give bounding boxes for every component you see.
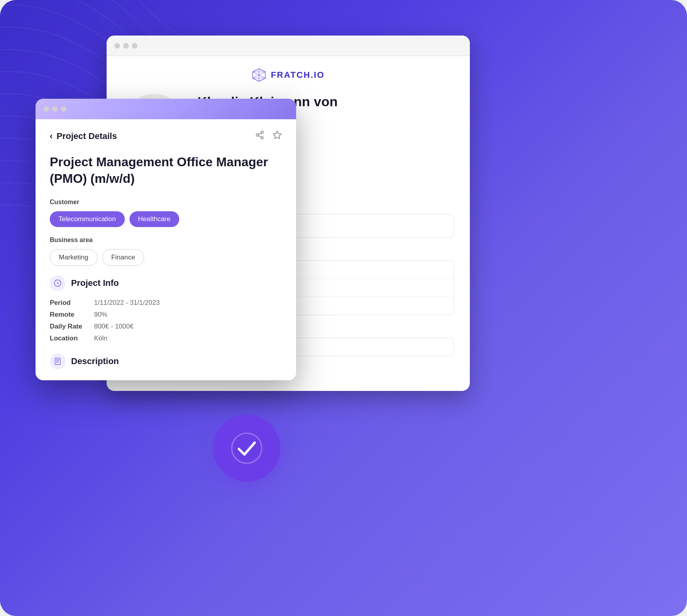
project-info-title: Project Info <box>71 278 119 288</box>
svg-point-27 <box>232 433 262 463</box>
browser-front-body: ‹ Project Details <box>36 119 296 380</box>
page-title: Project Details <box>56 131 117 141</box>
remote-key: Remote <box>50 311 82 319</box>
fratch-logo: FRATCH.IO <box>252 68 325 82</box>
svg-line-20 <box>259 133 261 135</box>
front-traffic-light-yellow <box>52 106 58 112</box>
daily-rate-key: Daily Rate <box>50 323 82 331</box>
front-traffic-light-red <box>43 106 49 112</box>
back-arrow-icon: ‹ <box>50 131 53 141</box>
customer-label: Customer <box>50 199 282 206</box>
checkmark-circle <box>213 415 280 482</box>
front-traffic-light-green <box>61 106 66 112</box>
svg-marker-21 <box>273 131 281 139</box>
fratch-logo-text: FRATCH.IO <box>271 70 325 80</box>
description-icon <box>50 353 66 369</box>
nav-icons <box>255 130 282 142</box>
traffic-light-green <box>132 43 137 49</box>
back-nav: ‹ Project Details <box>50 130 282 142</box>
remote-value: 90% <box>94 311 282 319</box>
tag-telecommunication[interactable]: Telecommunication <box>50 211 125 227</box>
daily-rate-value: 800€ - 1000€ <box>94 323 282 331</box>
location-value: Köln <box>94 334 282 342</box>
customer-tags: Telecommunication Healthcare <box>50 211 282 227</box>
period-key: Period <box>50 299 82 307</box>
location-key: Location <box>50 334 82 342</box>
description-header: Description <box>50 353 282 369</box>
tag-finance[interactable]: Finance <box>102 249 144 266</box>
background: FRATCH.IO <box>0 0 687 616</box>
project-info-grid: Period 1/11/2022 - 31/1/2023 Remote 90% … <box>50 299 282 342</box>
project-info-icon <box>50 275 66 291</box>
svg-line-19 <box>259 136 261 137</box>
browser-front-window: ‹ Project Details <box>36 99 296 380</box>
business-area-tags: Marketing Finance <box>50 249 282 266</box>
traffic-light-red <box>114 43 120 49</box>
business-area-label: Business area <box>50 237 282 244</box>
svg-rect-23 <box>55 358 60 365</box>
tag-healthcare[interactable]: Healthcare <box>130 211 179 227</box>
project-info-header: Project Info <box>50 275 282 291</box>
browser-front-titlebar <box>36 99 296 119</box>
project-title: Project Management Office Manager (PMO) … <box>50 154 282 187</box>
tag-marketing[interactable]: Marketing <box>50 249 98 266</box>
traffic-light-yellow <box>123 43 129 49</box>
share-icon[interactable] <box>255 130 265 142</box>
fratch-logo-icon <box>252 68 266 82</box>
back-button[interactable]: ‹ Project Details <box>50 131 117 141</box>
description-title: Description <box>71 356 119 366</box>
browser-back-titlebar <box>107 36 470 56</box>
period-value: 1/11/2022 - 31/1/2023 <box>94 299 282 307</box>
bookmark-icon[interactable] <box>272 130 282 142</box>
